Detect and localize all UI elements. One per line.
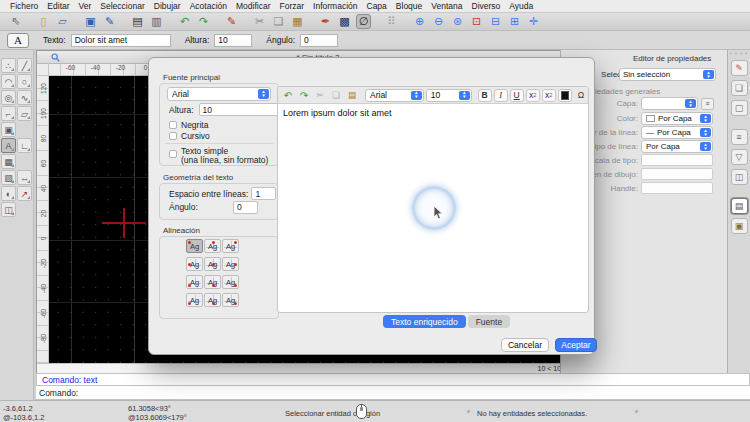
dimension-aligned-tool[interactable]: ↔ [17,170,32,185]
align-bottom-right-button[interactable]: Ag [222,293,239,307]
dock-library-icon[interactable]: ✎ [731,60,748,76]
undo-icon[interactable]: ↶ [177,14,192,29]
negrita-checkbox[interactable]: Negrita [169,120,208,130]
menu-item[interactable]: Diverso [472,1,501,11]
dock-handle[interactable]: • • • • [728,50,750,56]
texto-input[interactable]: Dolor sit amet [71,34,171,47]
linetype-scale-input[interactable] [641,154,713,166]
save-as-icon[interactable]: ✎ [102,14,117,29]
polyline-tool[interactable]: ⌐ [1,106,16,121]
align-bottom-center-button[interactable]: Ag [204,293,221,307]
menu-item[interactable]: Editar [47,1,69,11]
hatch-tool[interactable]: ▨ [1,170,16,185]
text-tool[interactable]: A [1,138,16,153]
color-select[interactable]: Por Capa▲▼ [641,112,713,125]
align-middle-right-button[interactable]: Ag [222,257,239,271]
circle-tool[interactable]: ○ [17,74,32,89]
align-middle-center-button[interactable]: Ag [204,257,221,271]
line-width-select[interactable]: — Por Capa▲▼ [641,126,713,139]
open-file-icon[interactable]: ▱ [55,14,70,29]
capa-select[interactable]: ▲▼ [641,97,698,110]
align-top-right-button[interactable]: Ag [222,239,239,253]
dock-layers-icon[interactable]: ❏ [731,80,748,96]
zoom-auto-icon[interactable]: ⊛ [450,14,465,29]
boolean-tool[interactable]: ◐ [1,186,16,201]
editor-size-select[interactable]: 10▲▼ [426,89,472,102]
shape-tool[interactable]: ▱ [17,106,32,121]
underline-button[interactable]: U [510,89,524,102]
draw-order-input[interactable] [641,168,713,180]
line-tool[interactable]: ╱ [17,58,32,73]
menu-item[interactable]: Información [313,1,357,11]
dock-filter-icon[interactable]: ▽ [731,149,748,165]
box-3d-tool[interactable]: ◫ [1,202,16,217]
subscript-button[interactable]: x2 [542,89,556,102]
image-tool[interactable]: ▦ [1,154,16,169]
zoom-out-icon[interactable]: ⊖ [431,14,446,29]
menu-item[interactable]: Capa [367,1,387,11]
command-input[interactable]: Comando: [36,386,750,400]
align-top-center-button[interactable]: Ag [204,239,221,253]
menu-item[interactable]: Forzar [280,1,305,11]
arc-tool[interactable]: ◠ [1,74,16,89]
editor-paste-icon[interactable]: ▤ [345,89,359,102]
menu-item[interactable]: Modificar [236,1,270,11]
align-baseline-right-button[interactable]: Ag [222,275,239,289]
pan-icon[interactable]: ✛ [526,14,541,29]
menu-item[interactable]: Seleccionar [100,1,144,11]
texto-simple-checkbox[interactable]: Texto simple (una línea, sin formato) [169,147,268,165]
tab-fuente[interactable]: Fuente [468,315,510,328]
selection-select[interactable]: Sin selección▲▼ [619,68,716,81]
menu-item[interactable]: Ayuda [509,1,533,11]
menu-item[interactable]: Ventana [431,1,462,11]
cancel-button[interactable]: Cancelar [501,338,549,352]
accept-button[interactable]: Aceptar [555,338,597,352]
paste-icon[interactable]: ▦ [290,14,305,29]
zoom-region-icon[interactable]: ⊡ [469,14,484,29]
save-icon[interactable]: ▣ [83,14,98,29]
text-color-button[interactable] [558,89,572,102]
italic-button[interactable]: I [494,89,508,102]
align-bottom-left-button[interactable]: Ag [186,293,203,307]
superscript-button[interactable]: x2 [526,89,540,102]
align-top-left-button[interactable]: Ag [186,239,203,253]
points-tool[interactable]: ∴ [1,58,16,73]
menu-item[interactable]: Bloque [396,1,422,11]
tab-texto-enriquecido[interactable]: Texto enriquecido [383,315,466,328]
dock-property-editor-icon[interactable]: ▤ [731,198,748,214]
menu-item[interactable]: Fichero [10,1,38,11]
leader-tool[interactable]: ↗ [17,186,32,201]
editor-undo-icon[interactable]: ↶ [281,89,295,102]
spline-tool[interactable]: ∿ [17,90,32,105]
print-preview-icon[interactable]: ▥ [149,14,164,29]
copy-icon[interactable]: ❏ [271,14,286,29]
menu-item[interactable]: Dibujar [154,1,181,11]
background-color-icon[interactable]: ▩ [337,14,352,29]
dialog-angulo-input[interactable]: 0 [233,201,258,214]
angulo-input[interactable]: 0 [300,34,338,47]
grid-icon[interactable]: ⠿ [384,14,399,29]
handle-input[interactable] [641,182,713,194]
menu-item[interactable]: Ver [79,1,92,11]
special-character-button[interactable]: Ω [574,89,588,102]
cut-icon[interactable]: ✂ [252,14,267,29]
zoom-in-icon[interactable]: ⊕ [412,14,427,29]
ellipse-tool[interactable]: ◎ [1,90,16,105]
bold-button[interactable]: B [478,89,492,102]
dock-list-icon[interactable]: ≡ [731,129,748,145]
line-spacing-input[interactable]: 1 [251,187,276,200]
dimension-tool[interactable]: ∟ [17,138,32,153]
dock-blocks-icon[interactable]: ▢ [731,100,748,116]
editor-copy-icon[interactable]: ❏ [329,89,343,102]
altura-input[interactable]: 10 [214,34,252,47]
align-baseline-left-button[interactable]: Ag [186,275,203,289]
print-icon[interactable]: ▤ [130,14,145,29]
dialog-altura-input[interactable]: 10 [199,103,281,116]
dock-clipboard-icon[interactable]: ▣ [731,218,748,234]
pen-icon[interactable]: ✒ [318,14,333,29]
block-tool[interactable]: ▣ [1,122,16,137]
editor-cut-icon[interactable]: ✂ [313,89,327,102]
editor-redo-icon[interactable]: ↷ [297,89,311,102]
text-tool-button[interactable]: A [7,33,29,48]
main-font-select[interactable]: Arial▲▼ [167,87,271,101]
